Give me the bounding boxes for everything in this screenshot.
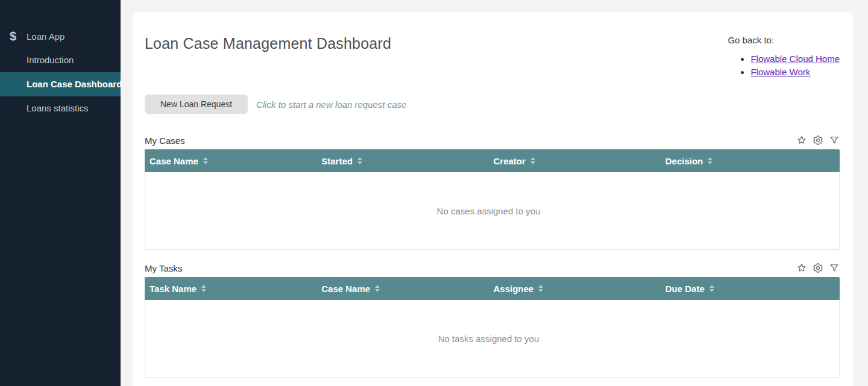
star-icon[interactable]	[796, 135, 807, 146]
go-back-label: Go back to:	[728, 35, 840, 45]
column-header-task-name[interactable]: Task Name	[145, 284, 316, 294]
sidebar-item-loan-case-dashboard[interactable]: Loan Case Dashboard	[0, 72, 121, 96]
my-cases-section: My Cases Case Name Started Creator Decis…	[145, 133, 840, 250]
list-item: Flowable Work	[750, 67, 840, 77]
my-cases-section-header: My Cases	[145, 133, 840, 148]
sort-icon	[538, 285, 543, 292]
go-back-link-list: Flowable Cloud Home Flowable Work	[728, 54, 840, 77]
gear-icon[interactable]	[813, 135, 823, 146]
my-cases-table: Case Name Started Creator Decision No ca…	[145, 149, 840, 250]
sort-icon	[709, 285, 714, 292]
sidebar-item-loans-statistics[interactable]: Loans statistics	[0, 96, 121, 120]
sort-icon	[530, 157, 535, 164]
sidebar: $ Loan App Introduction Loan Case Dashbo…	[0, 0, 121, 386]
new-loan-request-button[interactable]: New Loan Request	[145, 95, 248, 114]
my-tasks-empty-state: No tasks assigned to you	[145, 300, 839, 377]
link-flowable-work[interactable]: Flowable Work	[750, 67, 810, 77]
sidebar-item-introduction[interactable]: Introduction	[0, 48, 121, 72]
my-tasks-table-header: Task Name Case Name Assignee Due Date	[145, 277, 840, 300]
gear-icon[interactable]	[813, 263, 823, 273]
new-loan-hint-text: Click to start a new loan request case	[256, 99, 406, 110]
column-header-due-date[interactable]: Due Date	[661, 284, 832, 294]
my-tasks-toolbar	[796, 263, 840, 273]
go-back-block: Go back to: Flowable Cloud Home Flowable…	[728, 35, 840, 80]
my-tasks-table: Task Name Case Name Assignee Due Date No…	[145, 277, 840, 378]
sort-icon	[203, 157, 208, 164]
my-tasks-section: My Tasks Task Name Case Name Assignee Du…	[145, 261, 840, 378]
section-title: My Cases	[145, 135, 185, 146]
dollar-icon: $	[10, 30, 27, 43]
column-header-creator[interactable]: Creator	[489, 156, 661, 166]
list-item: Flowable Cloud Home	[750, 54, 840, 64]
column-header-decision[interactable]: Decision	[661, 156, 832, 166]
filter-icon[interactable]	[829, 135, 840, 146]
header-row: Loan Case Management Dashboard Go back t…	[145, 35, 840, 80]
my-cases-empty-state: No cases assigned to you	[145, 172, 839, 249]
link-flowable-cloud-home[interactable]: Flowable Cloud Home	[750, 54, 840, 64]
column-header-case-name[interactable]: Case Name	[145, 156, 316, 166]
action-row: New Loan Request Click to start a new lo…	[145, 95, 840, 114]
my-cases-toolbar	[796, 135, 840, 146]
empty-message: No tasks assigned to you	[438, 334, 539, 344]
column-header-case-name[interactable]: Case Name	[316, 284, 488, 294]
sort-icon	[375, 285, 380, 292]
column-header-assignee[interactable]: Assignee	[489, 284, 661, 294]
sidebar-app-header[interactable]: $ Loan App	[0, 24, 121, 48]
column-header-started[interactable]: Started	[316, 156, 488, 166]
sort-icon	[357, 157, 362, 164]
page-title: Loan Case Management Dashboard	[145, 35, 391, 52]
my-cases-table-header: Case Name Started Creator Decision	[145, 149, 840, 172]
sort-icon	[708, 157, 712, 164]
my-tasks-section-header: My Tasks	[145, 261, 840, 275]
app-title: Loan App	[27, 31, 64, 42]
sort-icon	[201, 285, 206, 292]
section-title: My Tasks	[145, 263, 182, 273]
star-icon[interactable]	[796, 263, 807, 273]
sidebar-nav: Introduction Loan Case Dashboard Loans s…	[0, 48, 121, 120]
main-content-card: Loan Case Management Dashboard Go back t…	[133, 12, 853, 386]
empty-message: No cases assigned to you	[437, 206, 541, 216]
filter-icon[interactable]	[829, 263, 840, 273]
